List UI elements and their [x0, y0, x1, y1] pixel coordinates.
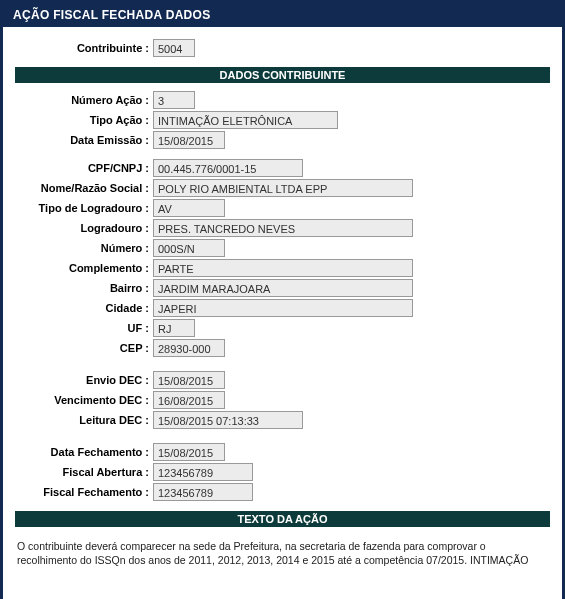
section-texto-acao: TEXTO DA AÇÃO — [15, 511, 550, 527]
contribuinte-field: 5004 — [153, 39, 195, 57]
bairro-label: Bairro : — [15, 282, 153, 294]
nome-label: Nome/Razão Social : — [15, 182, 153, 194]
fiscal-fechamento-label: Fiscal Fechamento : — [15, 486, 153, 498]
uf-row: UF : RJ — [15, 319, 550, 337]
uf-field: RJ — [153, 319, 195, 337]
numero-label: Número : — [15, 242, 153, 254]
window-title: AÇÃO FISCAL FECHADA DADOS — [3, 3, 562, 27]
cep-field: 28930-000 — [153, 339, 225, 357]
logradouro-row: Logradouro : PRES. TANCREDO NEVES — [15, 219, 550, 237]
envio-dec-field: 15/08/2015 — [153, 371, 225, 389]
cidade-row: Cidade : JAPERI — [15, 299, 550, 317]
complemento-row: Complemento : PARTE — [15, 259, 550, 277]
tipo-acao-field: INTIMAÇÃO ELETRÔNICA — [153, 111, 338, 129]
bairro-field: JARDIM MARAJOARA — [153, 279, 413, 297]
cidade-field: JAPERI — [153, 299, 413, 317]
fiscal-fechamento-field: 123456789 — [153, 483, 253, 501]
form-content: Contribuinte : 5004 DADOS CONTRIBUINTE N… — [3, 27, 562, 599]
numero-field: 000S/N — [153, 239, 225, 257]
tipo-logradouro-label: Tipo de Logradouro : — [15, 202, 153, 214]
fiscal-abertura-field: 123456789 — [153, 463, 253, 481]
logradouro-label: Logradouro : — [15, 222, 153, 234]
numero-acao-label: Número Ação : — [15, 94, 153, 106]
leitura-dec-row: Leitura DEC : 15/08/2015 07:13:33 — [15, 411, 550, 429]
data-emissao-field: 15/08/2015 — [153, 131, 225, 149]
data-fechamento-field: 15/08/2015 — [153, 443, 225, 461]
complemento-label: Complemento : — [15, 262, 153, 274]
venc-dec-field: 16/08/2015 — [153, 391, 225, 409]
section-dados-contribuinte: DADOS CONTRIBUINTE — [15, 67, 550, 83]
cidade-label: Cidade : — [15, 302, 153, 314]
venc-dec-label: Vencimento DEC : — [15, 394, 153, 406]
fiscal-abertura-row: Fiscal Abertura : 123456789 — [15, 463, 550, 481]
venc-dec-row: Vencimento DEC : 16/08/2015 — [15, 391, 550, 409]
cpf-cnpj-field: 00.445.776/0001-15 — [153, 159, 303, 177]
contribuinte-row: Contribuinte : 5004 — [15, 39, 550, 57]
texto-acao-body: O contribuinte deverá comparecer na sede… — [15, 535, 550, 579]
bairro-row: Bairro : JARDIM MARAJOARA — [15, 279, 550, 297]
uf-label: UF : — [15, 322, 153, 334]
cpf-cnpj-row: CPF/CNPJ : 00.445.776/0001-15 — [15, 159, 550, 177]
complemento-field: PARTE — [153, 259, 413, 277]
tipo-logradouro-field: AV — [153, 199, 225, 217]
leitura-dec-label: Leitura DEC : — [15, 414, 153, 426]
tipo-acao-row: Tipo Ação : INTIMAÇÃO ELETRÔNICA — [15, 111, 550, 129]
tipo-acao-label: Tipo Ação : — [15, 114, 153, 126]
envio-dec-row: Envio DEC : 15/08/2015 — [15, 371, 550, 389]
logradouro-field: PRES. TANCREDO NEVES — [153, 219, 413, 237]
data-fechamento-label: Data Fechamento : — [15, 446, 153, 458]
nome-row: Nome/Razão Social : POLY RIO AMBIENTAL L… — [15, 179, 550, 197]
fiscal-fechamento-row: Fiscal Fechamento : 123456789 — [15, 483, 550, 501]
fiscal-abertura-label: Fiscal Abertura : — [15, 466, 153, 478]
envio-dec-label: Envio DEC : — [15, 374, 153, 386]
nome-field: POLY RIO AMBIENTAL LTDA EPP — [153, 179, 413, 197]
data-emissao-row: Data Emissão : 15/08/2015 — [15, 131, 550, 149]
window: AÇÃO FISCAL FECHADA DADOS Contribuinte :… — [0, 0, 565, 599]
numero-acao-row: Número Ação : 3 — [15, 91, 550, 109]
tipo-logradouro-row: Tipo de Logradouro : AV — [15, 199, 550, 217]
contribuinte-label: Contribuinte : — [15, 42, 153, 54]
data-fechamento-row: Data Fechamento : 15/08/2015 — [15, 443, 550, 461]
leitura-dec-field: 15/08/2015 07:13:33 — [153, 411, 303, 429]
numero-row: Número : 000S/N — [15, 239, 550, 257]
cep-row: CEP : 28930-000 — [15, 339, 550, 357]
cpf-cnpj-label: CPF/CNPJ : — [15, 162, 153, 174]
data-emissao-label: Data Emissão : — [15, 134, 153, 146]
cep-label: CEP : — [15, 342, 153, 354]
numero-acao-field: 3 — [153, 91, 195, 109]
